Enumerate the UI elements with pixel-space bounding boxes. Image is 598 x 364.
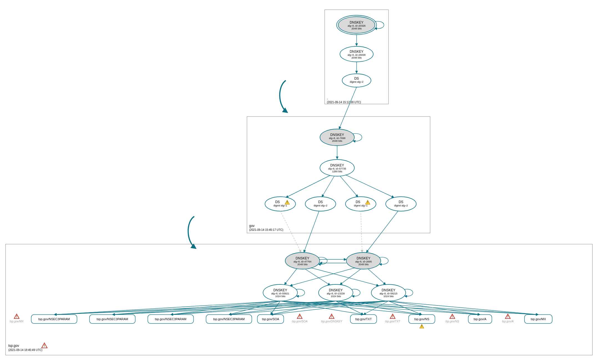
svg-text:!: ! (367, 201, 368, 204)
svg-text:DNSKEY: DNSKEY (357, 256, 370, 260)
rrset-error-icon: ! (450, 314, 455, 318)
svg-text:tsp.gov/NSEC3PARAM: tsp.gov/NSEC3PARAM (213, 317, 245, 321)
tsp-zsk-1: DNSKEY alg=8, id=55821 1024 bits (263, 284, 305, 301)
zone-gov-label: gov (249, 224, 254, 228)
zone-tsp-error-icon: ! (42, 343, 47, 348)
svg-text:tsp.gov/TXT: tsp.gov/TXT (355, 317, 372, 321)
svg-text:1024 bits: 1024 bits (383, 295, 394, 298)
rrset-box: tsp.gov/SOA (258, 315, 284, 323)
svg-text:DNSKEY: DNSKEY (350, 21, 363, 24)
tsp-ksk-1: DNSKEY alg=8, id=47764 2048 bits (285, 252, 327, 269)
zone-tsp: tsp.gov (2021-09-14 18:45:49 UTC) DNSKEY… (6, 211, 592, 355)
svg-text:tsp.gov/NSEC3PARAM: tsp.gov/NSEC3PARAM (97, 317, 128, 321)
svg-text:DS: DS (354, 77, 359, 80)
svg-text:tsp.gov/TXT: tsp.gov/TXT (385, 320, 400, 323)
svg-point-31 (386, 197, 416, 211)
svg-text:alg=8, id=7698: alg=8, id=7698 (329, 137, 345, 140)
rrset-ghost: !tsp.gov/SOA (292, 314, 307, 323)
svg-text:DS: DS (275, 200, 280, 204)
svg-text:digest alg=1: digest alg=1 (274, 204, 287, 207)
svg-text:2048 bits: 2048 bits (352, 27, 362, 30)
svg-text:DNSKEY: DNSKEY (330, 133, 344, 137)
svg-text:DNSKEY: DNSKEY (382, 288, 395, 292)
rrset-box: tsp.gov/NSEC3PARAM (90, 315, 135, 323)
gov-ds-2: DS digest alg=2 (305, 197, 336, 211)
svg-text:digest alg=1: digest alg=1 (354, 204, 368, 207)
svg-text:!: ! (287, 201, 288, 204)
edge-zsk-rrset (171, 301, 280, 315)
svg-text:1024 bits: 1024 bits (275, 295, 286, 298)
zone-root-label: . (327, 96, 328, 100)
zone-gov-timestamp: (2021-09-14 15:45:17 UTC) (249, 228, 283, 231)
svg-text:!: ! (44, 343, 45, 348)
rrset-box: tsp.gov/NS! (409, 315, 435, 328)
rrset-box: tsp.gov/A (468, 315, 492, 323)
svg-text:!: ! (421, 325, 422, 328)
svg-text:alg=8, id=57735: alg=8, id=57735 (328, 167, 346, 170)
svg-text:tsp.gov/MX: tsp.gov/MX (10, 320, 24, 323)
svg-point-25 (305, 197, 336, 211)
svg-text:2048 bits: 2048 bits (297, 263, 308, 266)
rrset-ghost: !tsp.gov/TXT (385, 314, 400, 323)
rrset-box: tsp.gov/TXT (350, 315, 377, 323)
svg-text:!: ! (331, 315, 332, 318)
svg-text:tsp.gov/DNSKEY: tsp.gov/DNSKEY (321, 320, 342, 323)
svg-text:alg=8, id=58215: alg=8, id=58215 (380, 292, 398, 295)
edge-zsk-rrset (112, 301, 388, 315)
rrset-box: tsp.gov/MX (524, 315, 552, 323)
rrset-ghost: !tsp.gov/DNSKEY (321, 314, 342, 323)
edge-rootds-govksk (339, 87, 357, 129)
rrset-box: tsp.gov/NSEC3PARAM (148, 315, 194, 323)
svg-text:DNSKEY: DNSKEY (330, 163, 344, 167)
svg-text:!: ! (507, 315, 508, 318)
svg-text:alg=8, id=47764: alg=8, id=47764 (294, 260, 312, 263)
svg-text:digest alg=2: digest alg=2 (314, 204, 327, 207)
svg-text:tsp.gov/MX: tsp.gov/MX (531, 317, 546, 321)
svg-text:tsp.gov/A: tsp.gov/A (474, 317, 487, 321)
gov-ds-4: DS digest alg=2 (386, 197, 416, 211)
svg-text:tsp.gov/SOA: tsp.gov/SOA (262, 317, 279, 321)
rrset-box: tsp.gov/NSEC3PARAM (31, 315, 77, 323)
svg-text:!: ! (392, 315, 393, 318)
gov-ds-3: DS digest alg=1 (345, 197, 376, 211)
zone-root-timestamp: (2021-09-14 15:12:38 UTC) (327, 101, 361, 104)
tsp-ksk-2: DNSKEY alg=8, id=2695 2048 bits (346, 252, 388, 269)
rrset-error-icon: ! (14, 314, 19, 318)
svg-text:digest alg=2: digest alg=2 (394, 204, 408, 207)
edge-zsk-rrset (388, 301, 422, 315)
edge-zsk-rrset (336, 301, 538, 315)
root-zsk: DNSKEY alg=8, id=26838 2048 bits (340, 46, 373, 62)
rrset-error-icon: ! (297, 314, 302, 318)
delegation-arrow-root-gov (280, 80, 287, 112)
svg-text:DNSKEY: DNSKEY (350, 50, 363, 54)
svg-text:2048 bits: 2048 bits (352, 56, 362, 59)
rrset-error-icon: ! (390, 314, 395, 318)
rrset-ghost: !tsp.gov/A (502, 314, 514, 323)
root-ds: DS digest alg=2 (342, 74, 371, 87)
delegation-arrow-gov-tsp (188, 216, 196, 248)
zone-root: . (2021-09-14 15:12:38 UTC) DNSKEY alg=8… (325, 10, 388, 104)
svg-text:1024 bits: 1024 bits (331, 295, 341, 298)
svg-text:tsp.gov/NSEC3PARAM: tsp.gov/NSEC3PARAM (38, 317, 70, 321)
rrset-ghost: !tsp.gov/NS (446, 314, 459, 323)
rrset-error-icon: ! (329, 314, 334, 318)
rrset-ghost: !tsp.gov/MX (10, 314, 24, 323)
svg-point-22 (265, 197, 296, 211)
svg-text:alg=8, id=20326: alg=8, id=20326 (348, 24, 366, 27)
svg-text:DS: DS (399, 200, 403, 204)
svg-text:tsp.gov/SOA: tsp.gov/SOA (292, 320, 307, 323)
svg-text:DS: DS (356, 200, 360, 204)
svg-text:alg=8, id=2695: alg=8, id=2695 (355, 260, 372, 263)
svg-text:DNSKEY: DNSKEY (329, 288, 342, 292)
svg-text:2048 bits: 2048 bits (359, 263, 369, 266)
svg-text:!: ! (16, 315, 17, 318)
svg-text:alg=8, id=13239: alg=8, id=13239 (327, 292, 345, 295)
tsp-zsk-2: DNSKEY alg=8, id=13239 1024 bits (319, 284, 360, 301)
svg-text:DNSKEY: DNSKEY (296, 256, 309, 260)
svg-text:alg=8, id=55821: alg=8, id=55821 (271, 292, 289, 295)
svg-text:!: ! (452, 315, 453, 318)
rrset-box: tsp.gov/NSEC3PARAM (206, 315, 252, 323)
svg-text:tsp.gov/A: tsp.gov/A (502, 320, 514, 323)
edge-zsk-rrset (271, 301, 388, 315)
svg-text:DS: DS (318, 200, 323, 204)
